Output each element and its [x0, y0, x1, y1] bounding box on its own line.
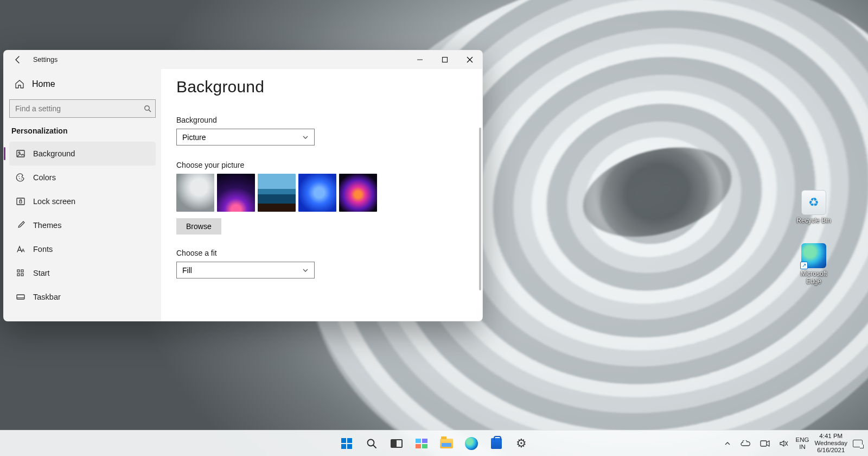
svg-rect-10	[20, 201, 22, 203]
widgets-icon	[416, 439, 427, 448]
sidebar-item-label: Lock screen	[33, 197, 75, 206]
browse-button[interactable]: Browse	[176, 218, 221, 235]
sidebar-item-background[interactable]: Background	[9, 142, 156, 166]
clock-day: Wednesday	[814, 440, 847, 447]
window-titlebar[interactable]: Settings	[4, 50, 482, 69]
sidebar-item-label: Themes	[33, 221, 61, 230]
clock-time: 4:41 PM	[814, 433, 847, 440]
sidebar-item-themes[interactable]: Themes	[9, 213, 156, 237]
palette-icon	[16, 173, 25, 182]
close-button[interactable]	[457, 50, 482, 69]
clock[interactable]: 4:41 PM Wednesday 6/16/2021	[814, 433, 847, 454]
grid-icon	[16, 268, 25, 278]
store-button[interactable]	[485, 432, 508, 455]
svg-point-5	[18, 152, 20, 154]
sidebar-home-label: Home	[32, 79, 55, 89]
picture-thumb-0[interactable]	[176, 174, 214, 212]
sidebar-item-fonts[interactable]: Fonts	[9, 237, 156, 261]
choose-fit-label: Choose a fit	[176, 249, 467, 257]
image-icon	[16, 149, 25, 159]
svg-rect-13	[17, 274, 20, 276]
recycle-bin-label: Recycle Bin	[796, 217, 831, 225]
back-button[interactable]	[10, 52, 25, 67]
store-icon	[491, 438, 502, 449]
svg-point-6	[18, 176, 20, 177]
sidebar-section-label: Personalization	[9, 123, 156, 142]
file-explorer-button[interactable]	[435, 432, 458, 455]
onedrive-icon[interactable]	[738, 438, 752, 449]
folder-icon	[440, 439, 453, 448]
svg-point-8	[21, 179, 22, 180]
start-button[interactable]	[335, 432, 358, 455]
edge-icon	[465, 437, 478, 450]
home-icon	[15, 79, 24, 89]
tray-overflow-button[interactable]	[722, 438, 733, 449]
sidebar-item-label: Start	[33, 269, 50, 277]
svg-rect-1	[443, 58, 448, 62]
lock-icon	[16, 197, 25, 206]
choose-picture-label: Choose your picture	[176, 161, 467, 169]
chevron-down-icon	[302, 134, 309, 141]
background-dropdown-label: Background	[176, 116, 467, 124]
font-icon	[16, 244, 25, 254]
minimize-button[interactable]	[407, 50, 432, 69]
microsoft-edge-icon[interactable]: ↗ Microsoft Edge	[792, 243, 835, 286]
search-icon	[366, 438, 378, 449]
settings-window: Settings Home Personali	[3, 50, 483, 321]
minimize-icon	[417, 56, 423, 63]
svg-rect-11	[17, 270, 20, 272]
desktop-icons-area: Recycle Bin ↗ Microsoft Edge	[792, 190, 835, 285]
search-button[interactable]	[360, 432, 383, 455]
svg-line-18	[373, 445, 376, 448]
sidebar-item-colors[interactable]: Colors	[9, 166, 156, 189]
sidebar-item-lock-screen[interactable]: Lock screen	[9, 189, 156, 213]
maximize-button[interactable]	[432, 50, 457, 69]
widgets-button[interactable]	[410, 432, 433, 455]
background-dropdown[interactable]: Picture	[176, 129, 315, 145]
close-icon	[467, 56, 473, 63]
windows-logo-icon	[341, 438, 352, 449]
settings-content: Background Background Picture Choose you…	[161, 69, 482, 321]
fit-dropdown-value: Fill	[182, 266, 192, 275]
task-view-button[interactable]	[385, 432, 408, 455]
search-input[interactable]	[9, 99, 156, 118]
edge-button[interactable]	[460, 432, 483, 455]
svg-rect-19	[761, 441, 767, 446]
picture-thumb-4[interactable]	[339, 174, 377, 212]
clock-date: 6/16/2021	[814, 447, 847, 454]
picture-thumb-3[interactable]	[298, 174, 336, 212]
fit-dropdown[interactable]: Fill	[176, 262, 315, 278]
meet-now-icon[interactable]	[758, 438, 772, 449]
sidebar-item-start[interactable]: Start	[9, 261, 156, 285]
settings-sidebar: Home Personalization Background Colors	[4, 69, 161, 321]
volume-icon[interactable]	[777, 438, 790, 449]
window-title: Settings	[33, 56, 58, 64]
edge-glyph: ↗	[801, 243, 826, 268]
svg-rect-12	[21, 270, 23, 272]
brush-icon	[16, 220, 25, 230]
sidebar-item-label: Colors	[33, 173, 56, 182]
task-view-icon	[391, 439, 403, 448]
page-heading: Background	[176, 78, 467, 96]
scrollbar[interactable]	[479, 128, 481, 290]
svg-point-7	[19, 178, 20, 179]
language-indicator[interactable]: ENG IN	[796, 436, 809, 450]
lang-primary: ENG	[796, 436, 809, 444]
lang-secondary: IN	[796, 444, 809, 451]
gear-icon: ⚙	[515, 437, 528, 450]
picture-thumb-2[interactable]	[258, 174, 296, 212]
svg-rect-15	[17, 295, 24, 299]
sidebar-item-label: Taskbar	[33, 293, 61, 301]
picture-thumb-1[interactable]	[217, 174, 255, 212]
microsoft-edge-label: Microsoft Edge	[792, 270, 835, 286]
settings-taskbar-button[interactable]: ⚙	[510, 432, 533, 455]
recycle-bin-glyph	[801, 190, 826, 215]
notifications-button[interactable]	[853, 440, 863, 447]
maximize-icon	[442, 56, 448, 63]
recycle-bin-icon[interactable]: Recycle Bin	[792, 190, 835, 225]
sidebar-item-taskbar[interactable]: Taskbar	[9, 285, 156, 309]
shortcut-arrow-icon: ↗	[800, 262, 808, 269]
taskbar-center: ⚙	[335, 432, 533, 455]
sidebar-home[interactable]: Home	[9, 73, 156, 95]
taskbar-icon	[16, 292, 25, 302]
